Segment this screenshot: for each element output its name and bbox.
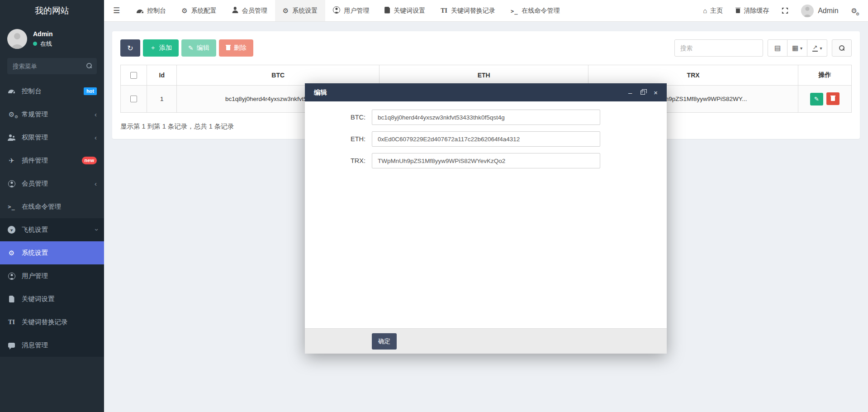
- app-window: 我的网站 Admin 在线 控制台 hot ⚙⚙: [0, 0, 868, 412]
- sidebar-item-plugins[interactable]: ✈ 插件管理 new: [0, 149, 104, 172]
- row-delete-button[interactable]: [826, 92, 840, 105]
- hot-badge: hot: [84, 87, 97, 95]
- settings-gears-icon[interactable]: ⚙⚙: [851, 7, 857, 15]
- sidebar-item-dashboard[interactable]: 控制台 hot: [0, 80, 104, 103]
- edit-label: 编辑: [197, 44, 209, 52]
- maximize-button[interactable]: [640, 91, 645, 95]
- user-status-label: 在线: [40, 40, 52, 48]
- chevron-left-icon: ‹: [95, 110, 97, 118]
- row-select-cell: [121, 86, 147, 113]
- sidebar-item-message-management[interactable]: 消息管理: [0, 334, 104, 357]
- sidebar-item-plane-settings[interactable]: ➤ 飞机设置 ‹: [0, 218, 104, 241]
- tab-label: 系统配置: [191, 7, 217, 15]
- export-dropdown-button[interactable]: ↗▾: [807, 39, 827, 57]
- add-label: 添加: [159, 44, 172, 52]
- sidebar-item-keyword-replace-log[interactable]: TI 关键词替换记录: [0, 311, 104, 334]
- grid-columns-icon: ▦: [792, 44, 798, 52]
- tab-user-management[interactable]: 用户管理: [325, 0, 377, 21]
- chevron-left-icon: ‹: [95, 180, 97, 187]
- tab-label: 关键词替换记录: [451, 7, 495, 15]
- tab-online-commands[interactable]: >_ 在线命令管理: [503, 0, 567, 21]
- delete-label: 删除: [234, 44, 247, 52]
- column-ops: 操作: [798, 65, 852, 86]
- tab-system-config[interactable]: ⚙ 系统配置: [174, 0, 224, 21]
- sidebar-item-permissions[interactable]: 权限管理 ‹: [0, 126, 104, 149]
- user-panel: Admin 在线: [0, 22, 104, 54]
- select-all-checkbox[interactable]: [130, 72, 137, 79]
- table-header-row: Id BTC ETH TRX 操作: [121, 65, 852, 86]
- tab-label: 关键词设置: [394, 7, 425, 15]
- refresh-button[interactable]: ↻: [120, 39, 140, 57]
- sidebar-menu: 控制台 hot ⚙⚙ 常规管理 ‹ 权限管理 ‹ ✈ 插件管理 new: [0, 80, 104, 357]
- form-row-btc: BTC:: [305, 110, 667, 125]
- restore-icon: [640, 91, 645, 95]
- search-icon: [839, 45, 844, 51]
- edit-button[interactable]: ✎ 编辑: [181, 39, 216, 57]
- terminal-icon: >_: [7, 204, 16, 210]
- eth-field[interactable]: [372, 131, 600, 147]
- hamburger-icon[interactable]: ☰: [104, 0, 129, 21]
- column-id: Id: [147, 65, 177, 86]
- tab-system-settings[interactable]: ⚙ 系统设置: [275, 0, 325, 21]
- caret-down-icon: ▾: [820, 46, 822, 51]
- fullscreen-button[interactable]: [782, 7, 788, 14]
- new-badge: new: [82, 157, 97, 164]
- modal-header[interactable]: 编辑 – ×: [305, 83, 667, 101]
- sidebar-item-label: 用户管理: [22, 272, 48, 280]
- topnav-user[interactable]: Admin: [801, 5, 838, 17]
- sidebar-item-user-management[interactable]: 用户管理: [0, 264, 104, 287]
- add-button[interactable]: ＋ 添加: [143, 39, 179, 57]
- sidebar-item-members[interactable]: 会员管理 ‹: [0, 172, 104, 195]
- sidebar-item-keyword-settings[interactable]: 关键词设置: [0, 287, 104, 311]
- modal-title: 编辑: [314, 88, 327, 97]
- confirm-button[interactable]: 确定: [372, 333, 397, 350]
- expand-icon: [782, 7, 788, 14]
- close-button[interactable]: ×: [654, 89, 658, 96]
- user-status: 在线: [33, 40, 53, 48]
- columns-dropdown-button[interactable]: ▦▾: [787, 39, 807, 57]
- modal-window-controls: – ×: [628, 89, 658, 96]
- user-circle-icon: [7, 180, 16, 187]
- comment-icon: [7, 343, 16, 348]
- tab-label: 会员管理: [242, 7, 267, 15]
- home-link[interactable]: ⌂ 主页: [703, 7, 723, 15]
- tab-keyword-replace-log[interactable]: TI 关键词替换记录: [433, 0, 503, 21]
- sidebar-item-general[interactable]: ⚙⚙ 常规管理 ‹: [0, 103, 104, 126]
- minimize-button[interactable]: –: [628, 89, 632, 96]
- sidebar-item-label: 系统设置: [22, 249, 48, 257]
- edit-modal: 编辑 – × BTC: ETH: TRX: 确定: [305, 83, 667, 354]
- sidebar-search: [7, 58, 97, 74]
- toolbar: ↻ ＋ 添加 ✎ 编辑 删除 ▤ ▦▾: [120, 39, 852, 57]
- row-checkbox[interactable]: [130, 96, 137, 102]
- tab-dashboard[interactable]: 控制台: [129, 0, 174, 21]
- text-height-icon: TI: [7, 319, 16, 326]
- select-all-header: [121, 65, 147, 86]
- tab-keyword-settings[interactable]: 关键词设置: [377, 0, 433, 21]
- file-icon: [7, 296, 16, 302]
- btc-field[interactable]: [372, 110, 600, 125]
- clear-cache-link[interactable]: 清除缓存: [735, 7, 769, 15]
- brand-title: 我的网站: [0, 0, 104, 22]
- gauge-icon: [137, 7, 143, 14]
- detail-view-button[interactable]: ▤: [768, 39, 787, 57]
- tab-members[interactable]: 会员管理: [224, 0, 275, 21]
- sidebar-item-online-commands[interactable]: >_ 在线命令管理: [0, 195, 104, 218]
- row-edit-button[interactable]: ✎: [810, 93, 823, 105]
- tab-label: 控制台: [147, 7, 166, 15]
- sidebar-search-input[interactable]: [7, 58, 97, 74]
- gauge-icon: [7, 90, 16, 93]
- sidebar-item-label: 插件管理: [22, 156, 48, 165]
- table-search-input[interactable]: [674, 39, 763, 57]
- export-icon: ↗: [812, 44, 818, 52]
- search-button[interactable]: [832, 39, 852, 57]
- refresh-icon: ↻: [127, 44, 133, 53]
- chevron-down-icon: ‹: [92, 229, 100, 231]
- row-ops-cell: ✎: [798, 86, 852, 113]
- file-icon: [384, 7, 390, 15]
- trash-icon: [735, 7, 740, 14]
- users-icon: [7, 134, 16, 141]
- gear-icon: ⚙: [181, 7, 187, 14]
- delete-button[interactable]: 删除: [219, 39, 253, 57]
- trx-field[interactable]: [372, 153, 600, 168]
- sidebar-item-system-settings[interactable]: ⚙ 系统设置: [0, 241, 104, 264]
